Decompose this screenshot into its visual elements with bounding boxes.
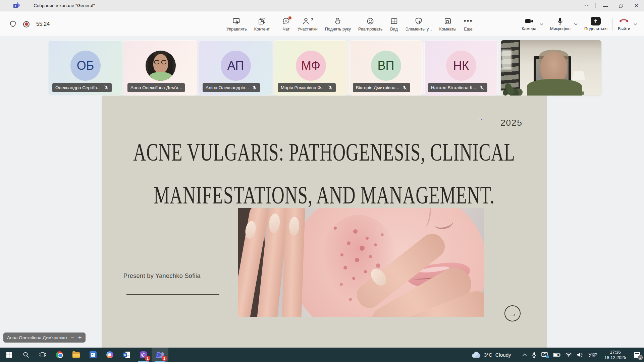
hangup-icon — [619, 17, 629, 25]
teams-badge: 1 — [162, 356, 167, 361]
slide-divider-line — [126, 294, 219, 295]
tray-mic-icon[interactable] — [532, 352, 536, 358]
shield-gear-icon — [415, 17, 423, 25]
titlebar-divider — [595, 3, 596, 8]
recording-indicator[interactable] — [23, 21, 30, 27]
taskbar-word-icon[interactable]: W — [118, 348, 135, 362]
react-smiley-icon — [366, 17, 374, 25]
sharer-name-label: Анна Олексіївна Дем'яненко — [7, 335, 67, 340]
mic-button[interactable]: Микрофон — [547, 17, 573, 31]
tray-battery-icon[interactable] — [553, 353, 560, 357]
participant-tile[interactable]: МФ Марія Романівна Ф... — [274, 40, 347, 96]
tray-clock[interactable]: 17:36 18.12.2025 — [604, 350, 626, 360]
teams-app-icon: T — [13, 2, 20, 9]
mic-chevron[interactable] — [574, 23, 578, 25]
rooms-button[interactable]: Комнаты — [435, 11, 460, 37]
cloud-icon — [472, 352, 481, 358]
mic-icon — [556, 17, 564, 25]
camera-icon — [525, 17, 534, 25]
camera-chevron[interactable] — [540, 23, 543, 25]
close-button[interactable]: ✕ — [629, 0, 644, 11]
share-button[interactable]: Поделиться — [582, 17, 610, 31]
participant-tile[interactable]: АП Аліна Олександрів... — [199, 40, 272, 96]
cast-active-dot — [546, 355, 549, 358]
slide-photo-acne-face — [238, 208, 484, 317]
tray-notifications-button[interactable]: 1 — [633, 351, 641, 359]
participant-tile[interactable]: НК Наталя Віталіївна К... — [424, 40, 498, 96]
taskbar-chrome-icon[interactable] — [51, 348, 68, 362]
tray-time: 17:36 — [604, 350, 626, 355]
video-plant — [503, 90, 508, 96]
participant-name-label: Анна Олексіївна Дем'я... — [127, 83, 185, 92]
tray-volume-icon[interactable] — [577, 352, 583, 357]
share-icon — [591, 17, 601, 25]
taskbar-explorer-icon[interactable] — [68, 348, 85, 362]
slide-year: 2025 — [500, 118, 523, 128]
meeting-timer: 55:24 — [36, 21, 50, 27]
meeting-apps-button[interactable]: Элементы у... — [402, 11, 436, 37]
participant-strip: ОБ Олександра Сергіїв... Анна Олексіївна… — [49, 40, 601, 96]
taskbar-taskview-button[interactable] — [34, 348, 51, 362]
windows-taskbar: W ✆ 1 T 1 3°C Cloudy — [0, 348, 644, 362]
manage-button[interactable]: Управлять — [223, 11, 251, 37]
view-button[interactable]: Вид — [386, 11, 402, 37]
taskbar-viber-icon[interactable]: ✆ 1 — [135, 348, 152, 362]
content-button[interactable]: Контент — [251, 11, 273, 37]
participants-button[interactable]: 7 Участники — [294, 11, 321, 37]
mic-muted-icon — [402, 85, 407, 90]
participant-name-label: Вікторія Дмитрівна... — [353, 83, 410, 92]
tray-expand-chevron-icon[interactable] — [522, 353, 527, 356]
viber-badge: 1 — [145, 356, 150, 361]
view-grid-icon — [390, 17, 398, 25]
live-video-tile[interactable] — [501, 40, 601, 96]
weather-temp: 3°C — [484, 352, 492, 358]
leave-chevron[interactable] — [634, 23, 637, 25]
meeting-toolbar: 55:24 Управлять Контент Ч — [0, 11, 644, 37]
avatar-initials: НК — [446, 51, 476, 81]
taskbar-search-button[interactable] — [17, 348, 34, 362]
notification-count-badge: 1 — [638, 355, 643, 360]
mic-muted-icon — [104, 85, 109, 90]
participant-name-label: Аліна Олександрів... — [203, 83, 260, 92]
taskbar-copilot-icon[interactable] — [101, 348, 118, 362]
chat-button[interactable]: Чат — [278, 11, 294, 37]
zoom-out-button[interactable]: − — [71, 334, 74, 341]
participant-tile[interactable]: Анна Олексіївна Дем'я... — [124, 40, 197, 96]
restore-button[interactable] — [613, 0, 629, 11]
meeting-stage: ОБ Олександра Сергіїв... Анна Олексіївна… — [0, 37, 644, 348]
taskbar-teams-icon[interactable]: T 1 — [152, 348, 168, 362]
raise-hand-button[interactable]: Поднять руку — [321, 11, 355, 37]
leave-button[interactable]: Выйти — [615, 17, 633, 31]
content-share-icon — [258, 17, 266, 25]
more-button[interactable]: ••• Еще — [460, 11, 477, 37]
mic-muted-icon — [479, 85, 484, 90]
chat-notification-dot — [288, 16, 291, 19]
manage-icon — [232, 17, 240, 25]
participant-name-label: Наталя Віталіївна К... — [428, 83, 487, 92]
participant-tile[interactable]: ВП Вікторія Дмитрівна... — [349, 40, 423, 96]
taskbar-start-button[interactable] — [1, 348, 17, 362]
tray-language-indicator[interactable]: УКР — [589, 352, 597, 358]
avatar-initials: ВП — [371, 51, 401, 81]
taskbar-mail-icon[interactable] — [85, 348, 101, 362]
participant-name-label: Олександра Сергіїв... — [52, 83, 112, 92]
avatar-initials: ОБ — [70, 51, 101, 81]
taskbar-weather-widget[interactable]: 3°C Cloudy — [472, 352, 511, 358]
raise-hand-icon — [334, 17, 342, 25]
zoom-in-button[interactable]: + — [78, 334, 82, 341]
tray-cast-icon[interactable] — [541, 352, 548, 358]
presenter-cursor-icon: → — [477, 115, 483, 123]
participant-name-label: Марія Романівна Ф... — [278, 83, 336, 92]
slide-presenter-credit: Present by Yanechko Sofiia — [123, 273, 201, 280]
security-shield-icon — [9, 20, 16, 28]
tray-wifi-icon[interactable] — [566, 353, 572, 357]
more-dots-icon: ••• — [464, 17, 473, 25]
minimize-button[interactable]: — — [598, 0, 613, 11]
titlebar-more-button[interactable]: ⋯ — [578, 0, 593, 11]
participants-count: 7 — [311, 17, 313, 22]
toolbar-divider — [276, 18, 276, 31]
camera-button[interactable]: Камера — [519, 17, 539, 31]
react-button[interactable]: Реагировать — [355, 11, 386, 37]
mic-muted-icon — [328, 85, 333, 90]
participant-tile[interactable]: ОБ Олександра Сергіїв... — [49, 40, 122, 96]
